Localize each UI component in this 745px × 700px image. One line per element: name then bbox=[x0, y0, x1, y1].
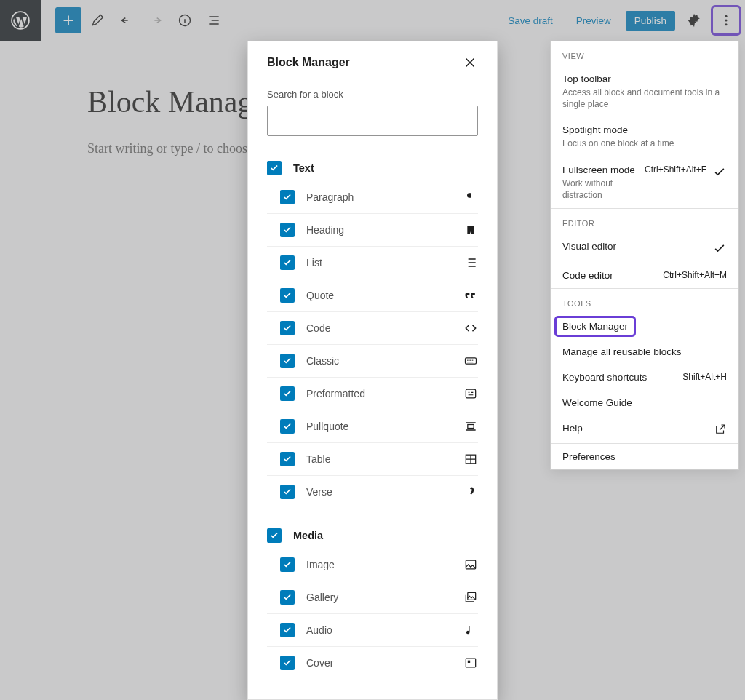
block-label: Image bbox=[306, 559, 452, 570]
block-label: Cover bbox=[306, 657, 452, 669]
block-item[interactable]: Pullquote bbox=[267, 410, 478, 443]
block-label: Preformatted bbox=[306, 388, 452, 399]
menu-section-tools: Tools bbox=[551, 289, 738, 314]
block-item[interactable]: Heading bbox=[267, 214, 478, 247]
block-item[interactable]: List bbox=[267, 247, 478, 279]
menu-top-toolbar[interactable]: Top toolbar Access all block and documen… bbox=[551, 66, 738, 117]
block-label: Heading bbox=[306, 224, 452, 236]
paragraph-icon bbox=[463, 190, 478, 204]
checkbox-checked[interactable] bbox=[280, 386, 295, 401]
svg-point-4 bbox=[725, 20, 728, 22]
svg-rect-7 bbox=[466, 389, 475, 398]
menu-spotlight-mode[interactable]: Spotlight mode Focus on one block at a t… bbox=[551, 117, 738, 156]
cover-icon bbox=[463, 656, 478, 670]
block-list[interactable]: TextParagraphHeadingListQuoteCodeClassic… bbox=[248, 149, 497, 699]
svg-rect-6 bbox=[466, 358, 477, 364]
menu-help[interactable]: Help bbox=[551, 415, 738, 443]
checkbox-checked[interactable] bbox=[280, 557, 295, 572]
block-item[interactable]: Verse bbox=[267, 476, 478, 508]
checkbox-checked[interactable] bbox=[267, 161, 282, 175]
block-item[interactable]: Image bbox=[267, 549, 478, 581]
block-item[interactable]: Quote bbox=[267, 279, 478, 312]
menu-code-editor[interactable]: Code editor Ctrl+Shift+Alt+M bbox=[551, 263, 738, 288]
list-icon bbox=[463, 255, 478, 270]
block-label: Quote bbox=[306, 290, 452, 301]
more-options-button[interactable] bbox=[713, 7, 739, 33]
block-category: MediaImageGalleryAudioCover bbox=[248, 517, 497, 688]
checkbox-checked[interactable] bbox=[280, 452, 295, 466]
preformatted-icon bbox=[463, 386, 478, 401]
edit-mode-button[interactable] bbox=[84, 7, 111, 33]
block-label: Pullquote bbox=[306, 421, 452, 432]
menu-keyboard-shortcuts[interactable]: Keyboard shortcuts Shift+Alt+H bbox=[551, 365, 738, 390]
save-draft-button[interactable]: Save draft bbox=[499, 11, 562, 31]
block-item[interactable]: Code bbox=[267, 312, 478, 345]
svg-rect-8 bbox=[468, 425, 474, 429]
checkbox-checked[interactable] bbox=[280, 485, 295, 499]
svg-rect-13 bbox=[468, 661, 470, 663]
checkbox-checked[interactable] bbox=[280, 656, 295, 670]
category-name: Media bbox=[293, 530, 323, 541]
more-options-menu: View Top toolbar Access all block and do… bbox=[550, 41, 739, 470]
menu-section-view: View bbox=[551, 41, 738, 66]
classic-icon bbox=[463, 354, 478, 368]
image-icon bbox=[463, 557, 478, 572]
checkbox-checked[interactable] bbox=[280, 255, 295, 270]
settings-button[interactable] bbox=[681, 7, 707, 33]
checkbox-checked[interactable] bbox=[280, 354, 295, 368]
checkbox-checked[interactable] bbox=[280, 419, 295, 434]
audio-icon bbox=[463, 623, 478, 637]
checkbox-checked[interactable] bbox=[280, 190, 295, 204]
svg-point-5 bbox=[725, 23, 728, 25]
menu-fullscreen-mode[interactable]: Fullscreen mode Work without distraction… bbox=[551, 157, 738, 208]
block-manager-modal: Block Manager Search for a block TextPar… bbox=[247, 41, 498, 700]
checkbox-checked[interactable] bbox=[280, 288, 295, 303]
block-category: TextParagraphHeadingListQuoteCodeClassic… bbox=[248, 149, 497, 517]
checkbox-checked[interactable] bbox=[280, 223, 295, 237]
block-item[interactable]: Gallery bbox=[267, 581, 478, 614]
block-label: Audio bbox=[306, 624, 452, 636]
block-label: Table bbox=[306, 453, 452, 465]
block-item[interactable]: Paragraph bbox=[267, 181, 478, 214]
code-icon bbox=[463, 321, 478, 335]
checkbox-checked[interactable] bbox=[267, 528, 282, 543]
table-icon bbox=[463, 452, 478, 466]
redo-button[interactable] bbox=[143, 7, 169, 33]
block-item[interactable]: Classic bbox=[267, 345, 478, 378]
block-item[interactable]: Cover bbox=[267, 647, 478, 679]
publish-button[interactable]: Publish bbox=[626, 11, 675, 31]
block-label: Code bbox=[306, 322, 452, 334]
menu-visual-editor[interactable]: Visual editor bbox=[551, 234, 738, 263]
quote-icon bbox=[463, 288, 478, 303]
menu-reusable-blocks[interactable]: Manage all reusable blocks bbox=[551, 339, 738, 365]
svg-point-3 bbox=[725, 15, 728, 17]
category-header[interactable]: Text bbox=[267, 155, 478, 181]
menu-preferences[interactable]: Preferences bbox=[551, 444, 738, 469]
menu-block-manager[interactable]: Block Manager bbox=[551, 314, 738, 339]
checkbox-checked[interactable] bbox=[280, 590, 295, 605]
block-label: Gallery bbox=[306, 592, 452, 603]
category-name: Text bbox=[293, 162, 314, 174]
block-item[interactable]: Audio bbox=[267, 614, 478, 647]
menu-section-editor: Editor bbox=[551, 209, 738, 234]
check-icon bbox=[712, 164, 727, 179]
close-button[interactable] bbox=[462, 55, 478, 71]
undo-button[interactable] bbox=[113, 7, 140, 33]
svg-rect-12 bbox=[466, 659, 475, 667]
info-button[interactable] bbox=[172, 7, 198, 33]
add-block-button[interactable] bbox=[55, 7, 81, 33]
preview-button[interactable]: Preview bbox=[567, 11, 620, 31]
checkbox-checked[interactable] bbox=[280, 623, 295, 637]
menu-welcome-guide[interactable]: Welcome Guide bbox=[551, 390, 738, 415]
top-toolbar: Save draft Preview Publish bbox=[0, 0, 745, 41]
search-input[interactable] bbox=[267, 106, 478, 136]
wordpress-logo[interactable] bbox=[0, 0, 41, 41]
checkbox-checked[interactable] bbox=[280, 321, 295, 335]
outline-button[interactable] bbox=[201, 7, 227, 33]
modal-title: Block Manager bbox=[267, 56, 350, 69]
verse-icon bbox=[463, 485, 478, 499]
category-header[interactable]: Media bbox=[267, 522, 478, 549]
block-item[interactable]: Preformatted bbox=[267, 378, 478, 410]
block-item[interactable]: Table bbox=[267, 443, 478, 476]
external-link-icon bbox=[714, 423, 727, 436]
